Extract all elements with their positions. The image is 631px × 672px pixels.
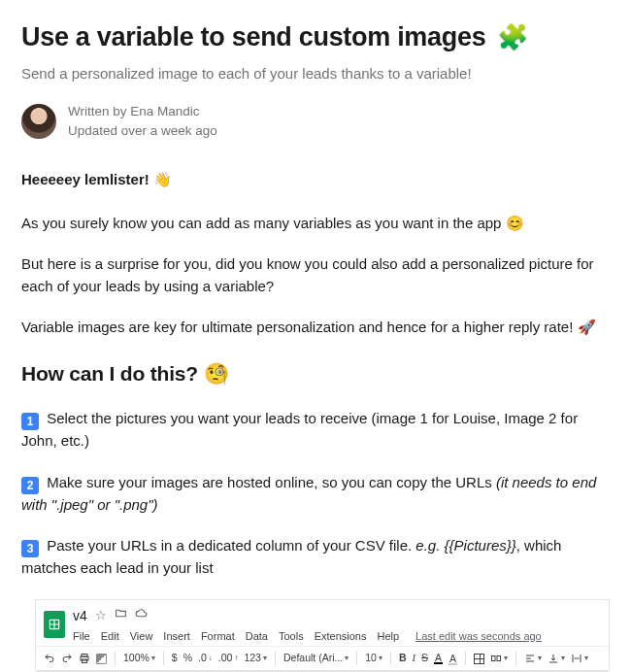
step-1: 1 Select the pictures you want your lead… [21, 408, 610, 453]
borders-button[interactable] [474, 654, 484, 664]
menu-view[interactable]: View [130, 628, 153, 645]
menu-format[interactable]: Format [201, 628, 235, 645]
paint-format-icon[interactable] [96, 654, 107, 664]
sheet-filename[interactable]: v4 [73, 606, 87, 626]
svg-rect-6 [492, 656, 496, 661]
redo-icon[interactable] [61, 653, 73, 664]
sheet-toolbar: 100%▾ $ % .0↓ .00↑ 123▾ Default (Ari...▾… [36, 646, 609, 671]
valign-button[interactable]: ▾ [548, 653, 565, 664]
author-text: Written by Ena Mandic Updated over a wee… [68, 102, 217, 140]
page-subtitle: Send a personalized image to each of you… [21, 63, 610, 85]
menu-file[interactable]: File [73, 628, 90, 645]
page-title-text: Use a variable to send custom images [21, 22, 485, 51]
last-edit-link[interactable]: Last edit was seconds ago [415, 628, 542, 645]
zoom-select[interactable]: 100%▾ [123, 651, 155, 666]
wrap-button[interactable]: ▾ [571, 653, 588, 664]
section-heading: How can I do this? 🧐 [21, 358, 610, 389]
fill-color-button[interactable]: A [448, 654, 457, 663]
paragraph-2: But here is a surprise for you, did you … [21, 253, 610, 297]
step-3: 3 Paste your URLs in a dedicated column … [21, 535, 610, 580]
page-title: Use a variable to send custom images 🧩 [21, 17, 610, 57]
italic-button[interactable]: I [413, 651, 416, 666]
menu-data[interactable]: Data [246, 628, 268, 645]
fontsize-select[interactable]: 10▾ [365, 651, 382, 666]
article-body: Heeeeey lemlister! 👋 As you surely know … [21, 169, 610, 672]
currency-button[interactable]: $ [172, 651, 178, 666]
step-3-hint: e.g. {{Pictures}} [415, 537, 515, 554]
menu-help[interactable]: Help [377, 628, 399, 645]
menu-edit[interactable]: Edit [101, 628, 119, 645]
monocle-icon: 🧐 [204, 362, 229, 385]
puzzle-icon: 🧩 [497, 22, 528, 51]
author-written-by: Written by Ena Mandic [68, 102, 217, 121]
menu-extensions[interactable]: Extensions [315, 628, 367, 645]
wave-icon: 👋 [153, 171, 172, 187]
menu-tools[interactable]: Tools [279, 628, 304, 645]
dec-increase-button[interactable]: .00↑ [218, 651, 239, 666]
sheets-logo-icon [44, 611, 65, 638]
cloud-icon[interactable] [135, 606, 148, 625]
font-select[interactable]: Default (Ari...▾ [283, 651, 349, 666]
dec-decrease-button[interactable]: .0↓ [198, 651, 213, 666]
menu-insert[interactable]: Insert [163, 628, 190, 645]
percent-button[interactable]: % [183, 651, 192, 666]
sheet-menubar: File Edit View Insert Format Data Tools … [73, 628, 542, 645]
text-color-button[interactable]: A [434, 653, 443, 664]
author-block: Written by Ena Mandic Updated over a wee… [21, 102, 610, 140]
paragraph-3: Variable images are key for ultimate per… [21, 317, 610, 339]
halign-button[interactable]: ▾ [524, 653, 542, 664]
folder-move-icon[interactable] [115, 606, 127, 625]
sheet-titlebar: v4 ☆ [73, 606, 542, 626]
step-badge-1: 1 [21, 413, 39, 430]
star-icon[interactable]: ☆ [95, 606, 107, 625]
merge-button[interactable]: ▾ [490, 653, 508, 664]
smile-icon: 😊 [506, 215, 524, 231]
greeting: Heeeeey lemlister! 👋 [21, 169, 610, 191]
step-badge-3: 3 [21, 540, 39, 557]
paragraph-1: As you surely know you can add as many v… [21, 213, 610, 235]
spreadsheet-embed: v4 ☆ File Edit View Insert Format Data T… [35, 599, 610, 672]
svg-rect-7 [497, 656, 501, 661]
strike-button[interactable]: S [421, 651, 428, 666]
step-2: 2 Make sure your images are hosted onlin… [21, 472, 610, 517]
numfmt-select[interactable]: 123▾ [244, 651, 267, 666]
print-icon[interactable] [79, 653, 90, 664]
author-updated: Updated over a week ago [68, 121, 217, 141]
undo-icon[interactable] [44, 653, 55, 664]
avatar [21, 104, 56, 139]
rocket-icon: 🚀 [578, 319, 596, 335]
bold-button[interactable]: B [399, 651, 407, 666]
step-badge-2: 2 [21, 477, 39, 494]
